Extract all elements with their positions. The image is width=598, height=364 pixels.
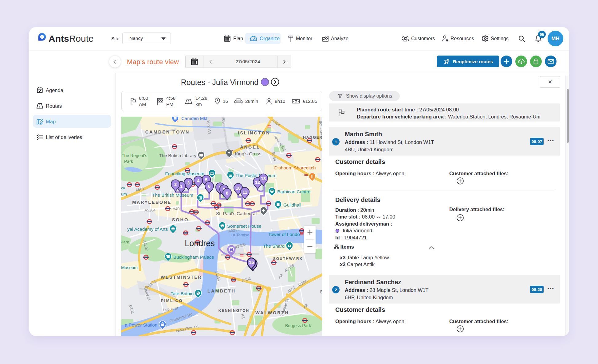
svg-text:Tate Britain: Tate Britain — [171, 291, 194, 296]
svg-text:ck: ck — [121, 186, 125, 190]
svg-text:CAMDEN TOWN: CAMDEN TOWN — [145, 130, 190, 134]
svg-text:2: 2 — [174, 182, 177, 187]
svg-text:The Postal Museum: The Postal Museum — [235, 173, 276, 178]
svg-text:St. Paul's Cathedral: St. Paul's Cathedral — [216, 211, 257, 216]
svg-text:The British Museum: The British Museum — [152, 192, 193, 198]
svg-text:Buckingham Palace: Buckingham Palace — [173, 254, 214, 260]
svg-text:A40: A40 — [173, 207, 179, 211]
svg-text:Museum: Museum — [121, 265, 138, 270]
svg-text:The Regent's: The Regent's — [122, 153, 147, 158]
svg-text:A3: A3 — [241, 314, 246, 319]
svg-text:11: 11 — [242, 190, 247, 195]
svg-text:3: 3 — [187, 180, 190, 185]
svg-text:ISLINGTON: ISLINGTON — [238, 130, 270, 135]
svg-text:Park: Park — [121, 240, 129, 244]
svg-text:Foundling Museum: Foundling Museum — [165, 171, 204, 176]
svg-text:Camden Mkt: Camden Mkt — [181, 117, 208, 121]
svg-text:PIMLICO: PIMLICO — [161, 298, 183, 303]
svg-text:Londres: Londres — [185, 239, 215, 248]
svg-text:Park: Park — [124, 159, 133, 164]
svg-text:15: 15 — [249, 260, 254, 265]
svg-text:Guildhall: Guildhall — [283, 202, 301, 207]
svg-text:yal Academy of Arts: yal Academy of Arts — [127, 227, 168, 232]
svg-text:MARYLEBONE: MARYLEBONE — [132, 200, 171, 205]
svg-text:Dishoom Shoreditch: Dishoom Shoreditch — [274, 165, 316, 170]
svg-text:SOUTHWARK: SOUTHWARK — [273, 257, 303, 261]
svg-text:LAMBETH: LAMBETH — [207, 288, 236, 293]
svg-text:Burgess Park: Burgess Park — [285, 323, 311, 328]
svg-text:WESTMINSTER: WESTMINSTER — [161, 275, 202, 280]
svg-text:Tower of Londo: Tower of Londo — [268, 232, 300, 237]
svg-text:1: 1 — [295, 100, 297, 102]
svg-text:a Power Station: a Power Station — [125, 322, 157, 327]
svg-text:Barbican Centre: Barbican Centre — [277, 189, 310, 194]
svg-text:8: 8 — [226, 191, 228, 196]
svg-text:1: 1 — [180, 184, 183, 189]
svg-text:um: um — [121, 192, 127, 196]
svg-text:6: 6 — [208, 184, 210, 189]
svg-text:13: 13 — [261, 176, 266, 181]
svg-text:King's Cross: King's Cross — [235, 151, 262, 156]
svg-text:KENNINGTON: KENNINGTON — [218, 308, 249, 313]
svg-text:La Tamise: La Tamise — [230, 233, 249, 237]
svg-text:4: 4 — [197, 178, 199, 183]
svg-text:The British Library: The British Library — [159, 153, 196, 158]
svg-text:BE: BE — [320, 289, 322, 294]
svg-text:HAGGERST: HAGGERST — [303, 135, 322, 140]
svg-text:10: 10 — [236, 186, 241, 191]
svg-text:SOHO: SOHO — [172, 217, 189, 222]
svg-text:5: 5 — [205, 177, 207, 182]
svg-text:The Shard: The Shard — [263, 243, 285, 249]
svg-text:Somerset House: Somerset House — [227, 223, 262, 229]
svg-text:ANGEL: ANGEL — [240, 145, 260, 149]
svg-text:A5204: A5204 — [144, 208, 155, 212]
